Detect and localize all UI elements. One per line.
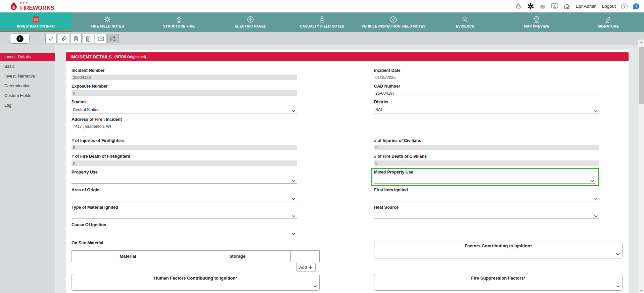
help-icon[interactable]: ? [621, 3, 628, 9]
property-use-label: Property Use [72, 170, 297, 175]
tab-vehicle-inspection-field-notes[interactable]: VEHICLE INSPECTION FIELD NOTES [358, 12, 429, 32]
sidebar-item-custom-fields[interactable]: Custom Fields [0, 92, 55, 100]
tab-structure-fire[interactable]: STRUCTURE FIRE [143, 12, 215, 32]
district-label: District [374, 100, 599, 104]
app-logo: EPR FIREWORKS [9, 2, 54, 11]
sidebar-item-invest-narrative[interactable]: Invest. Narrative [0, 72, 55, 80]
mixed-property-use-select[interactable] [374, 176, 595, 184]
save-check-button[interactable] [45, 34, 57, 43]
fire-suppression-panel: Fire Suppression Factors* [374, 274, 623, 291]
fire-suppression-select[interactable] [374, 282, 623, 291]
sidebar-item-determination[interactable]: Determination [0, 82, 55, 90]
user-name[interactable]: Epr Admin [576, 4, 596, 9]
factors-contributing-select[interactable] [374, 250, 623, 258]
section-sidebar: Invest. Details Basic Invest. Narrative … [0, 45, 55, 293]
chat-notification-badge[interactable]: 1 [633, 3, 639, 9]
sidebar-item-invest-details[interactable]: Invest. Details [0, 53, 55, 61]
actions-column-header [291, 251, 320, 262]
cause-of-ignition-select[interactable] [72, 229, 297, 236]
add-material-button[interactable]: Add [296, 263, 316, 272]
tab-casualty-field-notes[interactable]: CASUALTY FIELD NOTES [286, 12, 358, 32]
district-select[interactable]: BAT [374, 106, 599, 113]
field-area-of-origin: Area of Origin [72, 188, 297, 201]
station-select[interactable]: Central Station [72, 106, 297, 113]
delete-button[interactable] [70, 34, 82, 43]
search-history-icon [110, 36, 117, 42]
scrollbar-thumb[interactable] [639, 47, 644, 104]
sidebar-item-log[interactable]: Log [0, 101, 55, 109]
chevron-down-icon [292, 198, 295, 200]
asterisk-icon [104, 16, 111, 23]
flame-outline-icon [176, 16, 182, 23]
type-of-material-ignited-select[interactable] [72, 211, 297, 219]
map-pin-icon [534, 16, 539, 23]
incident-details-header: INCIDENT DETAILS (NFIRS Originated) [66, 52, 629, 61]
heat-source-select[interactable] [374, 211, 599, 219]
scroll-up-arrow[interactable]: ▲ [638, 40, 644, 44]
factors-contributing-header: Factors Contributing to Ignition* [374, 242, 623, 250]
check-icon [48, 37, 54, 41]
star-of-life-icon[interactable] [527, 3, 534, 10]
chevron-down-icon [292, 215, 295, 217]
sidebar-item-basic[interactable]: Basic [0, 62, 55, 70]
chevron-down-icon [313, 285, 317, 288]
tab-fire-field-notes[interactable]: FIRE FIELD NOTES [72, 12, 143, 32]
chevron-down-icon [590, 180, 594, 182]
on-site-material-label: On Site Material [72, 241, 320, 245]
mixed-property-use-label: Mixed Property Use [374, 170, 595, 175]
top-bar: EPR FIREWORKS Epr Admin [0, 0, 644, 12]
tab-evidence[interactable]: EVIDENCE [429, 12, 501, 32]
plus-icon [308, 265, 313, 270]
envelope-icon [98, 37, 104, 41]
search-history-button[interactable] [107, 34, 119, 43]
magnifier-icon [462, 16, 468, 23]
home-icon[interactable] [563, 3, 570, 10]
logout-link[interactable]: Logout [602, 4, 616, 9]
cad-number-input[interactable]: 25-004197 [374, 90, 599, 96]
cause-of-ignition-label: Cause Of Ignition [72, 223, 297, 227]
field-deaths-firefighters: # of Fire Death of Firefighters 0 [72, 154, 297, 166]
incident-number-input: 25004193 [72, 75, 297, 80]
human-factors-select[interactable] [72, 282, 320, 291]
first-item-ignited-select[interactable] [374, 194, 599, 201]
tab-electric-panel[interactable]: ELECTRIC PANEL [215, 12, 286, 32]
field-deaths-civilians: # of Fire Death of Civilians 0 [374, 154, 599, 166]
incident-number-label: Incident Number [72, 68, 297, 73]
area-of-origin-select[interactable] [72, 194, 297, 201]
deaths-firefighters-input: 0 [72, 160, 297, 166]
flame-icon[interactable] [515, 3, 522, 10]
chevron-down-icon [616, 253, 620, 255]
material-column-header: Material [72, 251, 184, 262]
type-of-material-ignited-label: Type of Material Ignited [72, 205, 297, 210]
chevron-down-icon [594, 215, 598, 217]
incident-details-card: INCIDENT DETAILS (NFIRS Originated) Inci… [66, 50, 629, 293]
fire-suppression-header: Fire Suppression Factors* [374, 274, 623, 282]
incident-date-input[interactable]: 01/15/2025 [374, 75, 599, 80]
tab-map-preview[interactable]: MAP PREVIEW [501, 12, 572, 32]
action-toolbar: i [0, 32, 644, 45]
tab-signature[interactable]: SIGNATURE [572, 12, 644, 32]
field-first-item-ignited: First Item Ignited [374, 188, 599, 201]
page-scrollbar[interactable]: ▲ ▼ [638, 40, 644, 293]
logo-fireworks-text: FIREWORKS [20, 5, 54, 11]
tab-investigation-info[interactable]: INVESTIGATION INFO [0, 12, 72, 32]
alarm-bell-icon[interactable] [539, 3, 546, 10]
person-icon [319, 16, 325, 23]
field-address: Address of Fire \ Incident 7417 , Braden… [72, 117, 297, 129]
info-button[interactable]: i [10, 34, 30, 44]
trash-icon [74, 36, 78, 41]
field-cad-number: CAD Number 25-004197 [374, 84, 599, 96]
deaths-firefighters-label: # of Fire Death of Firefighters [72, 154, 297, 159]
field-mixed-property-use: Mixed Property Use [374, 170, 595, 184]
on-site-material-table: Material Storage [72, 250, 320, 262]
scroll-down-arrow[interactable]: ▼ [638, 288, 644, 293]
injuries-firefighters-input: 0 [72, 145, 297, 150]
monitor-user-icon[interactable] [551, 3, 558, 10]
attachment-button[interactable] [58, 34, 69, 43]
clipboard-button[interactable] [83, 34, 94, 43]
section-subtitle: (NFIRS Originated) [114, 55, 146, 59]
logo-epr-text: EPR [20, 2, 54, 5]
property-use-select[interactable] [72, 176, 297, 184]
email-button[interactable] [95, 34, 106, 43]
address-input[interactable]: 7417 , Bradenton, WI [72, 124, 297, 129]
